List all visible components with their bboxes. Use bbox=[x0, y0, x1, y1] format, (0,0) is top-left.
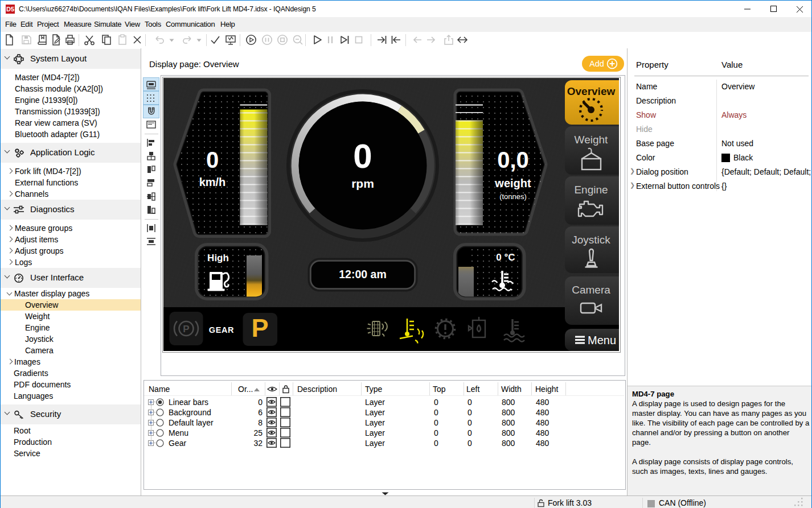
svg-text:0: 0 bbox=[353, 137, 372, 175]
svg-text:12:00 am: 12:00 am bbox=[339, 268, 386, 280]
svg-text:High: High bbox=[207, 253, 229, 263]
svg-text:GEAR: GEAR bbox=[209, 325, 234, 334]
svg-text:Joystick: Joystick bbox=[572, 234, 610, 246]
svg-text:(tonnes): (tonnes) bbox=[499, 192, 527, 201]
svg-text:P: P bbox=[251, 313, 268, 342]
svg-text:rpm: rpm bbox=[351, 177, 374, 190]
svg-text:km/h: km/h bbox=[199, 176, 226, 188]
svg-text:0: 0 bbox=[206, 147, 219, 172]
svg-text:Menu: Menu bbox=[588, 334, 616, 346]
svg-text:P: P bbox=[183, 324, 189, 334]
svg-text:Overview: Overview bbox=[567, 85, 616, 97]
svg-text:Engine: Engine bbox=[574, 184, 608, 196]
svg-text:weight: weight bbox=[494, 177, 531, 189]
svg-text:Camera: Camera bbox=[572, 284, 610, 296]
svg-text:0 °C: 0 °C bbox=[496, 252, 515, 263]
svg-text:0,0: 0,0 bbox=[497, 147, 529, 172]
svg-text:Weight: Weight bbox=[575, 134, 609, 146]
